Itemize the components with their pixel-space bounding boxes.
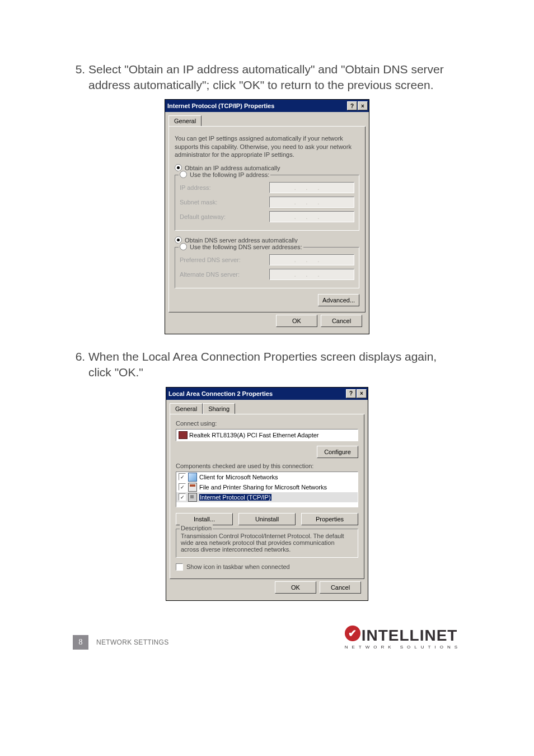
step-6-text: When the Local Area Connection Propertie…: [88, 350, 437, 379]
brand-logo: ✔ INTELLINET NETWORK SOLUTIONS: [345, 627, 461, 650]
brand-tagline: NETWORK SOLUTIONS: [345, 645, 461, 650]
adapter-field: Realtek RTL8139(A) PCI Fast Ethernet Ada…: [176, 429, 358, 441]
advanced-button[interactable]: Advanced...: [318, 294, 359, 306]
ip-address-field: ...: [269, 182, 354, 193]
description-legend: Description: [180, 525, 213, 531]
step-5-text: Select "Obtain an IP address automatical…: [88, 63, 444, 91]
default-gateway-field: ...: [269, 211, 354, 222]
list-item-label: Internet Protocol (TCP/IP): [199, 494, 271, 501]
preferred-dns-field: ...: [269, 254, 354, 265]
tab-general[interactable]: General: [170, 403, 203, 414]
dialog-title: Local Area Connection 2 Properties: [168, 390, 273, 397]
cancel-button[interactable]: Cancel: [320, 581, 361, 594]
tab-sharing[interactable]: Sharing: [203, 403, 235, 414]
list-item-selected[interactable]: ✓ Internet Protocol (TCP/IP): [176, 492, 358, 502]
printer-icon: [188, 483, 197, 492]
group-description: Description Transmission Control Protoco…: [176, 529, 358, 558]
titlebar: Internet Protocol (TCP/IP) Properties ? …: [165, 100, 369, 112]
group-static-ip: Use the following IP address: IP address…: [175, 175, 359, 231]
lan-properties-dialog: Local Area Connection 2 Properties ? × G…: [166, 387, 368, 601]
page-number: 8: [73, 635, 88, 650]
instruction-step-6: When the Local Area Connection Propertie…: [88, 349, 461, 380]
checkmark-icon: ✔: [345, 626, 360, 641]
configure-button[interactable]: Configure: [317, 446, 358, 458]
group-static-dns: Use the following DNS server addresses: …: [175, 247, 359, 288]
radio-label: Obtain an IP address automatically: [185, 165, 280, 171]
radio-use-dns[interactable]: [180, 243, 187, 250]
radio-use-ip[interactable]: [180, 171, 187, 178]
checkbox-icon[interactable]: ✓: [179, 483, 186, 491]
alternate-dns-field: ...: [269, 269, 354, 280]
install-button[interactable]: Install...: [176, 513, 233, 525]
cancel-button[interactable]: Cancel: [321, 315, 362, 327]
titlebar: Local Area Connection 2 Properties ? ×: [166, 388, 368, 400]
radio-label: Use the following DNS server addresses:: [190, 244, 302, 250]
brand-name: INTELLINET: [362, 627, 458, 645]
label-subnet-mask: Subnet mask:: [180, 199, 269, 206]
tcpip-intro-text: You can get IP settings assigned automat…: [175, 134, 359, 158]
list-item-label: File and Printer Sharing for Microsoft N…: [199, 484, 327, 491]
label-components: Components checked are used by this conn…: [176, 463, 358, 469]
label-ip-address: IP address:: [180, 184, 269, 191]
uninstall-button[interactable]: Uninstall: [238, 513, 296, 525]
dialog-title: Internet Protocol (TCP/IP) Properties: [167, 102, 274, 109]
label-default-gateway: Default gateway:: [180, 213, 269, 220]
ok-button[interactable]: OK: [275, 581, 316, 594]
client-icon: [188, 473, 197, 482]
page-footer: 8 NETWORK SETTINGS ✔ INTELLINET NETWORK …: [73, 627, 461, 650]
instruction-list: Select "Obtain an IP address automatical…: [73, 62, 461, 92]
list-item[interactable]: ✓ File and Printer Sharing for Microsoft…: [176, 482, 358, 492]
checkbox-icon[interactable]: ✓: [179, 473, 186, 480]
close-icon[interactable]: ×: [358, 101, 368, 110]
instruction-list: When the Local Area Connection Propertie…: [73, 349, 461, 380]
checkbox-label: Show icon in taskbar when connected: [186, 563, 290, 570]
description-text: Transmission Control Protocol/Internet P…: [181, 533, 353, 553]
screenshot-tcpip: Internet Protocol (TCP/IP) Properties ? …: [73, 99, 461, 334]
screenshot-lan-properties: Local Area Connection 2 Properties ? × G…: [73, 387, 461, 601]
adapter-icon: [179, 431, 188, 439]
adapter-name: Realtek RTL8139(A) PCI Fast Ethernet Ada…: [189, 432, 319, 438]
document-page: Select "Obtain an IP address automatical…: [0, 0, 534, 683]
footer-section: NETWORK SETTINGS: [96, 638, 168, 646]
list-item-label: Client for Microsoft Networks: [199, 474, 278, 480]
close-icon[interactable]: ×: [357, 389, 367, 398]
tcpip-properties-dialog: Internet Protocol (TCP/IP) Properties ? …: [165, 99, 369, 334]
subnet-mask-field: ...: [269, 197, 354, 208]
checkbox-show-icon[interactable]: Show icon in taskbar when connected: [176, 563, 358, 571]
checkbox-icon[interactable]: ✓: [179, 493, 186, 501]
components-list[interactable]: ✓ Client for Microsoft Networks ✓ File a…: [176, 472, 358, 507]
label-alternate-dns: Alternate DNS server:: [180, 271, 269, 278]
radio-label: Obtain DNS server address automatically: [185, 237, 298, 244]
radio-label: Use the following IP address:: [190, 171, 269, 178]
label-connect-using: Connect using:: [176, 420, 358, 427]
label-preferred-dns: Preferred DNS server:: [180, 256, 269, 263]
ok-button[interactable]: OK: [276, 315, 317, 327]
tab-general[interactable]: General: [168, 115, 202, 126]
checkbox-icon: [176, 563, 183, 571]
protocol-icon: [188, 493, 197, 502]
help-icon[interactable]: ?: [346, 389, 356, 398]
properties-button[interactable]: Properties: [301, 513, 358, 525]
list-item[interactable]: ✓ Client for Microsoft Networks: [176, 472, 358, 482]
help-icon[interactable]: ?: [347, 101, 357, 110]
instruction-step-5: Select "Obtain an IP address automatical…: [88, 62, 461, 92]
